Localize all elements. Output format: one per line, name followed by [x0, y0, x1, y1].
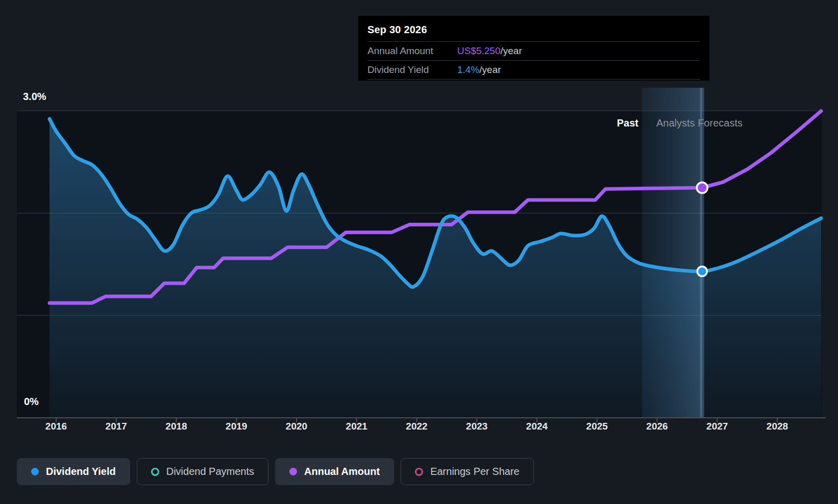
- chart-tooltip: Sep 30 2026 Annual Amount US$5.250/year …: [358, 16, 709, 81]
- legend-dividend-yield-label: Dividend Yield: [46, 466, 116, 477]
- x-axis-year-label: 2025: [577, 421, 618, 432]
- legend-dividend-yield-button[interactable]: Dividend Yield: [17, 458, 130, 485]
- x-axis-year-label: 2023: [456, 421, 497, 432]
- annual-amount-dot-icon: [289, 468, 297, 475]
- tooltip-date: Sep 30 2026: [367, 20, 700, 41]
- dividend-chart-page: Sep 30 2026 Annual Amount US$5.250/year …: [0, 0, 838, 504]
- x-axis-year-label: 2026: [637, 421, 678, 432]
- tooltip-annual-amount-label: Annual Amount: [367, 45, 457, 57]
- x-axis-year-label: 2016: [36, 421, 77, 432]
- annual-amount-hover-marker[interactable]: [697, 183, 707, 193]
- y-axis-max-label: 3.0%: [23, 91, 46, 103]
- legend-earnings-per-share-label: Earnings Per Share: [430, 466, 520, 477]
- x-axis-year-label: 2022: [397, 421, 437, 432]
- legend-annual-amount-button[interactable]: Annual Amount: [275, 458, 394, 485]
- y-axis-zero-label: 0%: [24, 396, 39, 408]
- x-axis-year-label: 2019: [216, 421, 257, 432]
- dividend-yield-dot-icon: [31, 468, 39, 475]
- analysts-forecasts-region-label: Analysts Forecasts: [656, 117, 743, 129]
- legend-dividend-payments-button[interactable]: Dividend Payments: [137, 458, 268, 485]
- earnings-per-share-ring-icon: [415, 468, 423, 476]
- tooltip-row-annual-amount: Annual Amount US$5.250/year: [367, 41, 700, 60]
- dividend-yield-hover-marker[interactable]: [697, 267, 707, 276]
- x-axis-year-label: 2028: [757, 421, 798, 432]
- dividend-payments-ring-icon: [151, 468, 159, 476]
- tooltip-dividend-yield-label: Dividend Yield: [367, 64, 457, 75]
- legend-dividend-payments-label: Dividend Payments: [166, 466, 254, 477]
- hover-line: [700, 88, 704, 418]
- x-axis-year-label: 2018: [156, 421, 197, 432]
- tooltip-row-dividend-yield: Dividend Yield 1.4%/year: [367, 60, 700, 80]
- x-axis-year-label: 2017: [96, 421, 137, 432]
- analysts-forecast-band: [642, 88, 702, 418]
- past-region-label: Past: [559, 117, 638, 129]
- tooltip-dividend-yield-value: 1.4%/year: [457, 64, 501, 75]
- x-axis-year-label: 2021: [336, 421, 377, 432]
- x-axis-year-label: 2020: [276, 421, 317, 432]
- chart-legend: Dividend Yield Dividend Payments Annual …: [17, 458, 534, 485]
- legend-annual-amount-label: Annual Amount: [304, 466, 380, 477]
- x-axis-year-label: 2024: [516, 421, 557, 432]
- tooltip-annual-amount-value: US$5.250/year: [457, 45, 522, 57]
- x-axis-year-label: 2027: [697, 421, 737, 432]
- legend-earnings-per-share-button[interactable]: Earnings Per Share: [401, 458, 534, 485]
